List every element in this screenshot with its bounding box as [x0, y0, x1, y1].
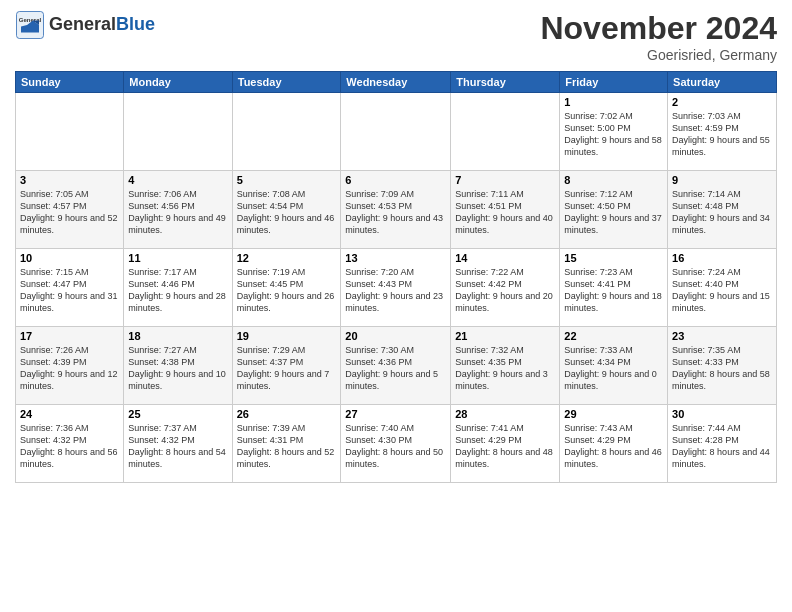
- table-row: 12Sunrise: 7:19 AM Sunset: 4:45 PM Dayli…: [232, 249, 341, 327]
- table-row: 4Sunrise: 7:06 AM Sunset: 4:56 PM Daylig…: [124, 171, 232, 249]
- table-row: 2Sunrise: 7:03 AM Sunset: 4:59 PM Daylig…: [668, 93, 777, 171]
- table-row: 13Sunrise: 7:20 AM Sunset: 4:43 PM Dayli…: [341, 249, 451, 327]
- table-row: [124, 93, 232, 171]
- table-row: [232, 93, 341, 171]
- table-row: [16, 93, 124, 171]
- day-info: Sunrise: 7:15 AM Sunset: 4:47 PM Dayligh…: [20, 266, 119, 315]
- day-info: Sunrise: 7:05 AM Sunset: 4:57 PM Dayligh…: [20, 188, 119, 237]
- day-info: Sunrise: 7:23 AM Sunset: 4:41 PM Dayligh…: [564, 266, 663, 315]
- day-number: 21: [455, 330, 555, 342]
- day-number: 13: [345, 252, 446, 264]
- table-row: 8Sunrise: 7:12 AM Sunset: 4:50 PM Daylig…: [560, 171, 668, 249]
- day-info: Sunrise: 7:41 AM Sunset: 4:29 PM Dayligh…: [455, 422, 555, 471]
- table-row: 26Sunrise: 7:39 AM Sunset: 4:31 PM Dayli…: [232, 405, 341, 483]
- table-row: 5Sunrise: 7:08 AM Sunset: 4:54 PM Daylig…: [232, 171, 341, 249]
- table-row: 14Sunrise: 7:22 AM Sunset: 4:42 PM Dayli…: [451, 249, 560, 327]
- day-number: 14: [455, 252, 555, 264]
- day-info: Sunrise: 7:30 AM Sunset: 4:36 PM Dayligh…: [345, 344, 446, 393]
- calendar: Sunday Monday Tuesday Wednesday Thursday…: [15, 71, 777, 483]
- day-info: Sunrise: 7:22 AM Sunset: 4:42 PM Dayligh…: [455, 266, 555, 315]
- header-sunday: Sunday: [16, 72, 124, 93]
- table-row: 22Sunrise: 7:33 AM Sunset: 4:34 PM Dayli…: [560, 327, 668, 405]
- table-row: 20Sunrise: 7:30 AM Sunset: 4:36 PM Dayli…: [341, 327, 451, 405]
- table-row: 27Sunrise: 7:40 AM Sunset: 4:30 PM Dayli…: [341, 405, 451, 483]
- day-number: 6: [345, 174, 446, 186]
- day-info: Sunrise: 7:36 AM Sunset: 4:32 PM Dayligh…: [20, 422, 119, 471]
- day-number: 17: [20, 330, 119, 342]
- day-number: 16: [672, 252, 772, 264]
- day-number: 8: [564, 174, 663, 186]
- day-info: Sunrise: 7:11 AM Sunset: 4:51 PM Dayligh…: [455, 188, 555, 237]
- day-number: 20: [345, 330, 446, 342]
- day-number: 26: [237, 408, 337, 420]
- day-number: 9: [672, 174, 772, 186]
- day-info: Sunrise: 7:35 AM Sunset: 4:33 PM Dayligh…: [672, 344, 772, 393]
- title-block: November 2024 Goerisried, Germany: [540, 10, 777, 63]
- day-number: 15: [564, 252, 663, 264]
- day-info: Sunrise: 7:43 AM Sunset: 4:29 PM Dayligh…: [564, 422, 663, 471]
- day-number: 25: [128, 408, 227, 420]
- logo-blue-text: Blue: [116, 14, 155, 34]
- table-row: 10Sunrise: 7:15 AM Sunset: 4:47 PM Dayli…: [16, 249, 124, 327]
- day-number: 4: [128, 174, 227, 186]
- logo: General GeneralBlue: [15, 10, 155, 40]
- table-row: 16Sunrise: 7:24 AM Sunset: 4:40 PM Dayli…: [668, 249, 777, 327]
- day-info: Sunrise: 7:26 AM Sunset: 4:39 PM Dayligh…: [20, 344, 119, 393]
- table-row: 6Sunrise: 7:09 AM Sunset: 4:53 PM Daylig…: [341, 171, 451, 249]
- day-info: Sunrise: 7:06 AM Sunset: 4:56 PM Dayligh…: [128, 188, 227, 237]
- logo-general-text: General: [49, 14, 116, 34]
- table-row: [451, 93, 560, 171]
- day-number: 1: [564, 96, 663, 108]
- table-row: 29Sunrise: 7:43 AM Sunset: 4:29 PM Dayli…: [560, 405, 668, 483]
- day-info: Sunrise: 7:19 AM Sunset: 4:45 PM Dayligh…: [237, 266, 337, 315]
- table-row: 30Sunrise: 7:44 AM Sunset: 4:28 PM Dayli…: [668, 405, 777, 483]
- table-row: 15Sunrise: 7:23 AM Sunset: 4:41 PM Dayli…: [560, 249, 668, 327]
- day-info: Sunrise: 7:14 AM Sunset: 4:48 PM Dayligh…: [672, 188, 772, 237]
- header-saturday: Saturday: [668, 72, 777, 93]
- table-row: 9Sunrise: 7:14 AM Sunset: 4:48 PM Daylig…: [668, 171, 777, 249]
- day-info: Sunrise: 7:03 AM Sunset: 4:59 PM Dayligh…: [672, 110, 772, 159]
- table-row: 18Sunrise: 7:27 AM Sunset: 4:38 PM Dayli…: [124, 327, 232, 405]
- day-number: 22: [564, 330, 663, 342]
- day-info: Sunrise: 7:12 AM Sunset: 4:50 PM Dayligh…: [564, 188, 663, 237]
- day-info: Sunrise: 7:17 AM Sunset: 4:46 PM Dayligh…: [128, 266, 227, 315]
- table-row: [341, 93, 451, 171]
- header-wednesday: Wednesday: [341, 72, 451, 93]
- table-row: 21Sunrise: 7:32 AM Sunset: 4:35 PM Dayli…: [451, 327, 560, 405]
- table-row: 23Sunrise: 7:35 AM Sunset: 4:33 PM Dayli…: [668, 327, 777, 405]
- table-row: 25Sunrise: 7:37 AM Sunset: 4:32 PM Dayli…: [124, 405, 232, 483]
- day-number: 23: [672, 330, 772, 342]
- logo-icon: General: [15, 10, 45, 40]
- day-info: Sunrise: 7:29 AM Sunset: 4:37 PM Dayligh…: [237, 344, 337, 393]
- day-number: 28: [455, 408, 555, 420]
- day-number: 3: [20, 174, 119, 186]
- table-row: 19Sunrise: 7:29 AM Sunset: 4:37 PM Dayli…: [232, 327, 341, 405]
- day-info: Sunrise: 7:32 AM Sunset: 4:35 PM Dayligh…: [455, 344, 555, 393]
- day-info: Sunrise: 7:40 AM Sunset: 4:30 PM Dayligh…: [345, 422, 446, 471]
- table-row: 7Sunrise: 7:11 AM Sunset: 4:51 PM Daylig…: [451, 171, 560, 249]
- header-thursday: Thursday: [451, 72, 560, 93]
- day-info: Sunrise: 7:39 AM Sunset: 4:31 PM Dayligh…: [237, 422, 337, 471]
- table-row: 24Sunrise: 7:36 AM Sunset: 4:32 PM Dayli…: [16, 405, 124, 483]
- day-info: Sunrise: 7:09 AM Sunset: 4:53 PM Dayligh…: [345, 188, 446, 237]
- day-info: Sunrise: 7:02 AM Sunset: 5:00 PM Dayligh…: [564, 110, 663, 159]
- day-info: Sunrise: 7:37 AM Sunset: 4:32 PM Dayligh…: [128, 422, 227, 471]
- day-info: Sunrise: 7:44 AM Sunset: 4:28 PM Dayligh…: [672, 422, 772, 471]
- day-info: Sunrise: 7:33 AM Sunset: 4:34 PM Dayligh…: [564, 344, 663, 393]
- day-info: Sunrise: 7:20 AM Sunset: 4:43 PM Dayligh…: [345, 266, 446, 315]
- day-info: Sunrise: 7:24 AM Sunset: 4:40 PM Dayligh…: [672, 266, 772, 315]
- day-number: 11: [128, 252, 227, 264]
- day-number: 2: [672, 96, 772, 108]
- table-row: 11Sunrise: 7:17 AM Sunset: 4:46 PM Dayli…: [124, 249, 232, 327]
- location: Goerisried, Germany: [540, 47, 777, 63]
- day-number: 19: [237, 330, 337, 342]
- day-info: Sunrise: 7:27 AM Sunset: 4:38 PM Dayligh…: [128, 344, 227, 393]
- day-number: 7: [455, 174, 555, 186]
- day-number: 27: [345, 408, 446, 420]
- day-number: 30: [672, 408, 772, 420]
- day-number: 10: [20, 252, 119, 264]
- day-number: 29: [564, 408, 663, 420]
- table-row: 17Sunrise: 7:26 AM Sunset: 4:39 PM Dayli…: [16, 327, 124, 405]
- table-row: 28Sunrise: 7:41 AM Sunset: 4:29 PM Dayli…: [451, 405, 560, 483]
- day-info: Sunrise: 7:08 AM Sunset: 4:54 PM Dayligh…: [237, 188, 337, 237]
